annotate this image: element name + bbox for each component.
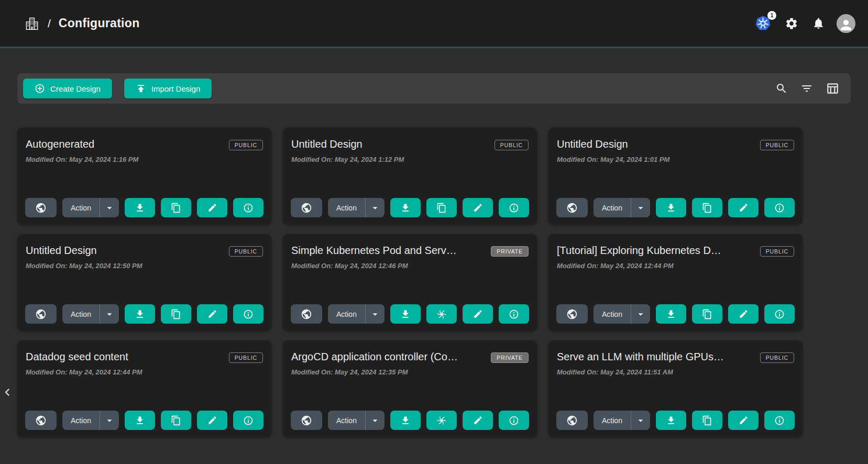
globe-icon: [35, 202, 47, 214]
design-title: [Tutorial] Exploring Kubernetes D…: [557, 245, 721, 257]
action-split-button[interactable]: Action: [328, 411, 384, 430]
clone-button[interactable]: [692, 411, 722, 430]
clone-button[interactable]: [426, 304, 457, 324]
clone-button[interactable]: [692, 198, 722, 217]
import-design-button[interactable]: Import Design: [124, 79, 212, 98]
action-button-label[interactable]: Action: [328, 310, 365, 318]
edit-button[interactable]: [463, 198, 493, 217]
edit-button[interactable]: [463, 411, 493, 430]
kubernetes-context-button[interactable]: 1: [753, 13, 773, 34]
building-icon[interactable]: [24, 15, 40, 32]
toolbar-left-group: Create Design Import Design: [23, 79, 212, 98]
download-button[interactable]: [656, 304, 686, 324]
action-button-label[interactable]: Action: [328, 204, 365, 212]
download-button[interactable]: [656, 411, 686, 430]
edit-button[interactable]: [728, 304, 759, 324]
visibility-globe-button[interactable]: [556, 198, 588, 217]
copy-icon: [436, 203, 447, 213]
action-button-label[interactable]: Action: [594, 416, 631, 425]
drawer-collapse-button[interactable]: [0, 385, 15, 400]
clone-button[interactable]: [161, 198, 191, 217]
table-view-button[interactable]: [823, 80, 841, 97]
visibility-globe-button[interactable]: [25, 304, 57, 324]
chevron-down-icon[interactable]: [631, 415, 650, 426]
filter-icon: [800, 82, 813, 95]
info-icon: [243, 309, 254, 319]
edit-button[interactable]: [197, 198, 227, 217]
info-icon: [509, 309, 519, 319]
edit-button[interactable]: [728, 411, 759, 430]
info-button[interactable]: [764, 198, 795, 217]
download-button[interactable]: [125, 411, 155, 430]
action-button-label[interactable]: Action: [328, 416, 365, 425]
download-button[interactable]: [125, 304, 155, 324]
action-split-button[interactable]: Action: [62, 304, 119, 324]
design-card: Untitled Design PUBLIC Modified On: May …: [283, 128, 537, 225]
info-button[interactable]: [499, 304, 529, 324]
download-button[interactable]: [390, 198, 421, 217]
info-button[interactable]: [499, 411, 529, 430]
clone-button[interactable]: [692, 304, 722, 324]
info-button[interactable]: [233, 198, 263, 217]
designs-toolbar: Create Design Import Design: [17, 73, 851, 104]
action-split-button[interactable]: Action: [62, 198, 119, 217]
create-design-button[interactable]: Create Design: [23, 79, 112, 98]
clone-button[interactable]: [426, 198, 457, 217]
copy-icon: [171, 415, 181, 426]
chevron-down-icon[interactable]: [631, 202, 650, 214]
visibility-globe-button[interactable]: [25, 411, 57, 430]
chevron-down-icon[interactable]: [100, 415, 119, 426]
visibility-globe-button[interactable]: [291, 198, 322, 217]
search-button[interactable]: [773, 80, 790, 97]
download-button[interactable]: [390, 411, 421, 430]
action-button-label[interactable]: Action: [594, 204, 631, 212]
edit-button[interactable]: [197, 304, 227, 324]
design-card: [Tutorial] Exploring Kubernetes D… PUBLI…: [548, 234, 803, 331]
action-button-label[interactable]: Action: [62, 310, 100, 318]
visibility-globe-button[interactable]: [25, 198, 57, 217]
download-button[interactable]: [125, 198, 155, 217]
edit-button[interactable]: [463, 304, 493, 324]
visibility-globe-button[interactable]: [556, 304, 588, 324]
globe-icon: [301, 202, 312, 214]
action-split-button[interactable]: Action: [328, 198, 384, 217]
chevron-down-icon[interactable]: [631, 308, 650, 320]
chevron-down-icon[interactable]: [100, 202, 119, 214]
globe-icon: [301, 308, 312, 320]
info-button[interactable]: [233, 304, 263, 324]
visibility-globe-button[interactable]: [291, 304, 322, 324]
download-button[interactable]: [390, 304, 421, 324]
info-button[interactable]: [764, 304, 795, 324]
visibility-globe-button[interactable]: [291, 411, 322, 430]
download-button[interactable]: [656, 198, 686, 217]
info-icon: [774, 415, 785, 426]
download-icon: [666, 309, 676, 319]
clone-button[interactable]: [426, 411, 457, 430]
clone-button[interactable]: [161, 304, 191, 324]
action-button-label[interactable]: Action: [62, 204, 100, 212]
edit-button[interactable]: [728, 198, 759, 217]
action-split-button[interactable]: Action: [328, 304, 384, 324]
action-split-button[interactable]: Action: [594, 304, 650, 324]
info-button[interactable]: [499, 198, 529, 217]
action-split-button[interactable]: Action: [594, 198, 650, 217]
action-button-label[interactable]: Action: [594, 310, 631, 318]
action-split-button[interactable]: Action: [594, 411, 650, 430]
user-avatar[interactable]: [837, 14, 855, 33]
action-split-button[interactable]: Action: [62, 411, 119, 430]
chevron-down-icon[interactable]: [366, 415, 384, 426]
chevron-down-icon[interactable]: [366, 202, 384, 214]
modified-date: Modified On: May 24, 2024 1:16 PM: [26, 156, 263, 163]
action-button-label[interactable]: Action: [62, 416, 100, 425]
info-button[interactable]: [233, 411, 263, 430]
info-button[interactable]: [764, 411, 795, 430]
person-icon: [838, 17, 854, 33]
notifications-button[interactable]: [810, 15, 827, 32]
filter-button[interactable]: [798, 80, 815, 97]
visibility-globe-button[interactable]: [556, 411, 588, 430]
edit-button[interactable]: [197, 411, 227, 430]
clone-button[interactable]: [161, 411, 191, 430]
chevron-down-icon[interactable]: [100, 308, 119, 320]
chevron-down-icon[interactable]: [366, 308, 384, 320]
settings-button[interactable]: [783, 15, 800, 32]
